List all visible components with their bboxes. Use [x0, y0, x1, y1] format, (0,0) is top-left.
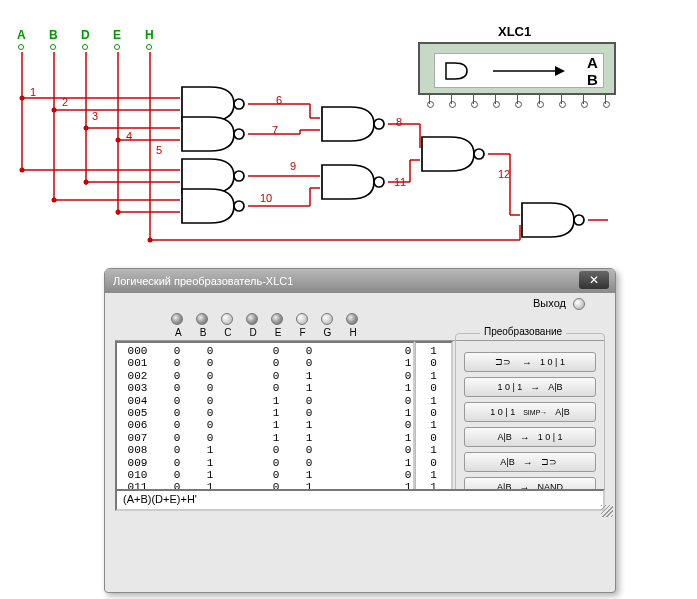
conversion-panel: Преобразование ⊐⊃­→1 0 | 1 1 0 | 1→A|B 1…	[455, 333, 605, 511]
variable-led-row	[171, 313, 605, 325]
nand-gate	[422, 137, 484, 171]
conv-table-to-expr[interactable]: 1 0 | 1→A|B	[464, 377, 596, 397]
truth-table-inputs[interactable]: 000 0 0 0 0 0 001 0 0 0 0 1 002 0 0 0 1 …	[115, 341, 415, 511]
var-led[interactable]	[221, 313, 233, 325]
svg-point-39	[52, 198, 57, 203]
var-led[interactable]	[246, 313, 258, 325]
svg-point-43	[116, 210, 121, 215]
nand-gate	[522, 203, 584, 237]
svg-point-37	[20, 168, 25, 173]
dialog-titlebar[interactable]: Логический преобразователь-XLC1 ✕	[105, 269, 615, 293]
nand-gate	[322, 165, 384, 199]
nand-gate	[182, 87, 244, 121]
conv-circuit-to-table[interactable]: ⊐⊃­→1 0 | 1	[464, 352, 596, 372]
circuit-diagram	[0, 20, 620, 250]
conv-expr-to-circuit[interactable]: A|B→⊐⊃­	[464, 452, 596, 472]
svg-point-41	[84, 180, 89, 185]
truth-table-output[interactable]: 1010101010111	[415, 341, 453, 511]
var-led[interactable]	[271, 313, 283, 325]
logic-converter-dialog: Логический преобразователь-XLC1 ✕ Выход …	[104, 268, 616, 593]
close-icon: ✕	[589, 273, 599, 287]
dialog-title: Логический преобразователь-XLC1	[113, 275, 293, 287]
svg-point-44	[148, 238, 153, 243]
nand-gate	[182, 189, 244, 223]
svg-point-40	[84, 126, 89, 131]
conv-expr-to-table[interactable]: A|B→1 0 | 1	[464, 427, 596, 447]
nand-gate	[322, 107, 384, 141]
var-led[interactable]	[321, 313, 333, 325]
nand-gate	[182, 159, 244, 193]
conversion-title: Преобразование	[480, 326, 566, 337]
expression-input[interactable]: (A+B)(D+E)+H'	[115, 489, 605, 511]
exit-label: Выход	[533, 297, 585, 310]
nand-gate	[182, 117, 244, 151]
var-led[interactable]	[346, 313, 358, 325]
svg-point-38	[52, 108, 57, 113]
var-led[interactable]	[296, 313, 308, 325]
conv-table-to-simp-expr[interactable]: 1 0 | 1SIMP→A|B	[464, 402, 596, 422]
resize-grip-icon[interactable]	[601, 505, 613, 517]
close-button[interactable]: ✕	[579, 271, 609, 289]
var-led[interactable]	[196, 313, 208, 325]
led-icon	[573, 298, 585, 310]
var-led[interactable]	[171, 313, 183, 325]
svg-point-36	[20, 96, 25, 101]
svg-point-42	[116, 138, 121, 143]
